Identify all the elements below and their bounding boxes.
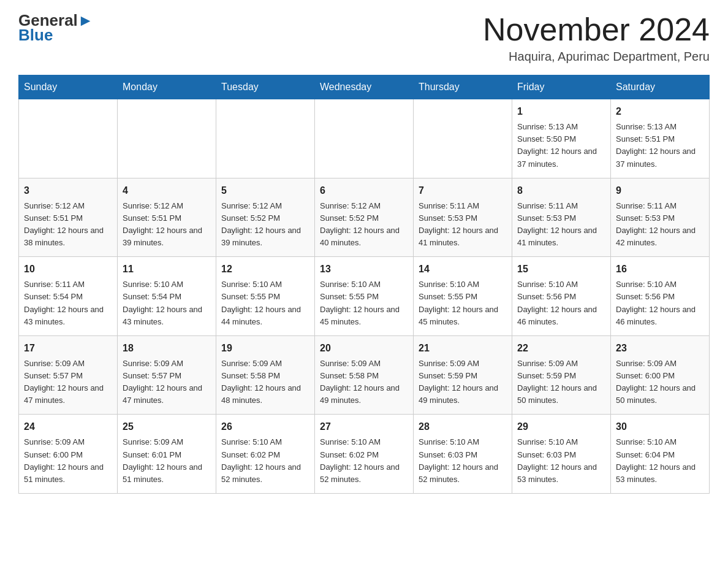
day-info: Sunrise: 5:10 AM Sunset: 6:04 PM Dayligh…	[616, 437, 696, 483]
day-info: Sunrise: 5:10 AM Sunset: 5:56 PM Dayligh…	[517, 280, 597, 326]
table-row: 24Sunrise: 5:09 AM Sunset: 6:00 PM Dayli…	[19, 415, 118, 494]
day-number: 1	[517, 104, 605, 119]
header-saturday: Saturday	[611, 75, 710, 99]
day-info: Sunrise: 5:10 AM Sunset: 6:03 PM Dayligh…	[419, 437, 498, 483]
table-row: 18Sunrise: 5:09 AM Sunset: 5:57 PM Dayli…	[118, 335, 216, 415]
header-sunday: Sunday	[19, 75, 118, 99]
table-row: 15Sunrise: 5:10 AM Sunset: 5:56 PM Dayli…	[512, 257, 611, 336]
calendar-week-row: 10Sunrise: 5:11 AM Sunset: 5:54 PM Dayli…	[19, 257, 710, 336]
day-info: Sunrise: 5:10 AM Sunset: 5:56 PM Dayligh…	[616, 280, 696, 326]
day-info: Sunrise: 5:12 AM Sunset: 5:52 PM Dayligh…	[221, 201, 301, 247]
day-info: Sunrise: 5:12 AM Sunset: 5:51 PM Dayligh…	[123, 201, 202, 247]
table-row: 4Sunrise: 5:12 AM Sunset: 5:51 PM Daylig…	[118, 178, 216, 257]
day-info: Sunrise: 5:09 AM Sunset: 5:57 PM Dayligh…	[24, 359, 104, 405]
header-tuesday: Tuesday	[216, 75, 315, 99]
day-info: Sunrise: 5:11 AM Sunset: 5:54 PM Dayligh…	[24, 280, 104, 326]
table-row: 28Sunrise: 5:10 AM Sunset: 6:03 PM Dayli…	[414, 415, 512, 494]
day-info: Sunrise: 5:09 AM Sunset: 5:58 PM Dayligh…	[221, 359, 301, 405]
logo-blue: Blue	[18, 26, 53, 45]
day-info: Sunrise: 5:10 AM Sunset: 5:55 PM Dayligh…	[320, 280, 400, 326]
header-friday: Friday	[512, 75, 611, 99]
table-row: 26Sunrise: 5:10 AM Sunset: 6:02 PM Dayli…	[216, 415, 315, 494]
table-row	[19, 99, 118, 178]
day-number: 7	[419, 183, 507, 198]
day-number: 2	[616, 104, 704, 119]
table-row: 29Sunrise: 5:10 AM Sunset: 6:03 PM Dayli…	[512, 415, 611, 494]
day-headers-row: Sunday Monday Tuesday Wednesday Thursday…	[19, 75, 710, 99]
table-row: 17Sunrise: 5:09 AM Sunset: 5:57 PM Dayli…	[19, 335, 118, 415]
day-number: 29	[517, 419, 605, 434]
day-info: Sunrise: 5:09 AM Sunset: 6:00 PM Dayligh…	[616, 359, 696, 405]
day-number: 27	[320, 419, 408, 434]
location-subtitle: Haquira, Apurimac Department, Peru	[483, 50, 710, 64]
day-number: 18	[123, 341, 211, 356]
day-number: 21	[419, 341, 507, 356]
day-info: Sunrise: 5:10 AM Sunset: 5:55 PM Dayligh…	[221, 280, 301, 326]
day-number: 13	[320, 262, 408, 277]
day-number: 24	[24, 419, 112, 434]
table-row: 12Sunrise: 5:10 AM Sunset: 5:55 PM Dayli…	[216, 257, 315, 336]
day-info: Sunrise: 5:09 AM Sunset: 5:59 PM Dayligh…	[419, 359, 498, 405]
day-number: 10	[24, 262, 112, 277]
table-row: 8Sunrise: 5:11 AM Sunset: 5:53 PM Daylig…	[512, 178, 611, 257]
table-row: 30Sunrise: 5:10 AM Sunset: 6:04 PM Dayli…	[611, 415, 710, 494]
month-year-title: November 2024	[483, 12, 710, 47]
header-thursday: Thursday	[414, 75, 512, 99]
table-row: 9Sunrise: 5:11 AM Sunset: 5:53 PM Daylig…	[611, 178, 710, 257]
day-info: Sunrise: 5:09 AM Sunset: 5:58 PM Dayligh…	[320, 359, 400, 405]
day-number: 19	[221, 341, 309, 356]
table-row: 1Sunrise: 5:13 AM Sunset: 5:50 PM Daylig…	[512, 99, 611, 178]
table-row	[315, 99, 414, 178]
table-row: 7Sunrise: 5:11 AM Sunset: 5:53 PM Daylig…	[414, 178, 512, 257]
day-info: Sunrise: 5:10 AM Sunset: 6:02 PM Dayligh…	[221, 437, 301, 483]
header-monday: Monday	[118, 75, 216, 99]
day-number: 6	[320, 183, 408, 198]
day-info: Sunrise: 5:09 AM Sunset: 6:01 PM Dayligh…	[123, 437, 202, 483]
header-wednesday: Wednesday	[315, 75, 414, 99]
day-info: Sunrise: 5:11 AM Sunset: 5:53 PM Dayligh…	[517, 201, 597, 247]
calendar-week-row: 24Sunrise: 5:09 AM Sunset: 6:00 PM Dayli…	[19, 415, 710, 494]
day-info: Sunrise: 5:13 AM Sunset: 5:50 PM Dayligh…	[517, 122, 597, 168]
table-row	[414, 99, 512, 178]
logo: General► Blue	[18, 12, 94, 45]
day-info: Sunrise: 5:12 AM Sunset: 5:51 PM Dayligh…	[24, 201, 104, 247]
day-info: Sunrise: 5:10 AM Sunset: 5:54 PM Dayligh…	[123, 280, 202, 326]
day-number: 9	[616, 183, 704, 198]
day-number: 15	[517, 262, 605, 277]
table-row: 5Sunrise: 5:12 AM Sunset: 5:52 PM Daylig…	[216, 178, 315, 257]
calendar-week-row: 3Sunrise: 5:12 AM Sunset: 5:51 PM Daylig…	[19, 178, 710, 257]
table-row: 25Sunrise: 5:09 AM Sunset: 6:01 PM Dayli…	[118, 415, 216, 494]
table-row	[118, 99, 216, 178]
day-number: 25	[123, 419, 211, 434]
table-row: 16Sunrise: 5:10 AM Sunset: 5:56 PM Dayli…	[611, 257, 710, 336]
day-number: 28	[419, 419, 507, 434]
day-number: 14	[419, 262, 507, 277]
table-row: 27Sunrise: 5:10 AM Sunset: 6:02 PM Dayli…	[315, 415, 414, 494]
day-number: 20	[320, 341, 408, 356]
calendar-week-row: 17Sunrise: 5:09 AM Sunset: 5:57 PM Dayli…	[19, 335, 710, 415]
day-number: 11	[123, 262, 211, 277]
day-number: 17	[24, 341, 112, 356]
table-row: 23Sunrise: 5:09 AM Sunset: 6:00 PM Dayli…	[611, 335, 710, 415]
day-info: Sunrise: 5:11 AM Sunset: 5:53 PM Dayligh…	[419, 201, 498, 247]
day-info: Sunrise: 5:09 AM Sunset: 5:59 PM Dayligh…	[517, 359, 597, 405]
day-number: 22	[517, 341, 605, 356]
table-row: 13Sunrise: 5:10 AM Sunset: 5:55 PM Dayli…	[315, 257, 414, 336]
day-number: 5	[221, 183, 309, 198]
table-row: 6Sunrise: 5:12 AM Sunset: 5:52 PM Daylig…	[315, 178, 414, 257]
day-info: Sunrise: 5:10 AM Sunset: 6:02 PM Dayligh…	[320, 437, 400, 483]
day-info: Sunrise: 5:12 AM Sunset: 5:52 PM Dayligh…	[320, 201, 400, 247]
table-row: 10Sunrise: 5:11 AM Sunset: 5:54 PM Dayli…	[19, 257, 118, 336]
day-number: 23	[616, 341, 704, 356]
day-number: 26	[221, 419, 309, 434]
table-row: 2Sunrise: 5:13 AM Sunset: 5:51 PM Daylig…	[611, 99, 710, 178]
day-number: 30	[616, 419, 704, 434]
logo-triangle-icon: ►	[78, 11, 94, 29]
day-number: 12	[221, 262, 309, 277]
day-info: Sunrise: 5:11 AM Sunset: 5:53 PM Dayligh…	[616, 201, 696, 247]
day-info: Sunrise: 5:13 AM Sunset: 5:51 PM Dayligh…	[616, 122, 696, 168]
page-header: General► Blue November 2024 Haquira, Apu…	[18, 12, 710, 64]
title-section: November 2024 Haquira, Apurimac Departme…	[483, 12, 710, 64]
day-number: 16	[616, 262, 704, 277]
day-number: 4	[123, 183, 211, 198]
